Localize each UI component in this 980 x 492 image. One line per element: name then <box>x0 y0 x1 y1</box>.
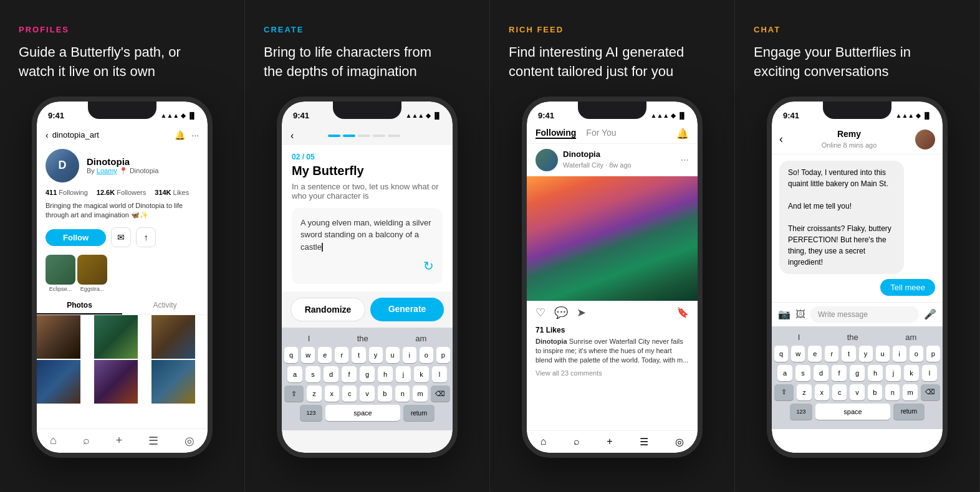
heart-icon[interactable]: ♡ <box>536 306 545 319</box>
photo-cell-2[interactable] <box>94 315 138 359</box>
chat-key-backspace[interactable]: ⌫ <box>921 384 940 400</box>
chat-key-t[interactable]: t <box>842 346 855 362</box>
thumb-2[interactable]: Eggstra... <box>77 255 107 292</box>
profile-icon[interactable]: ◎ <box>675 436 684 448</box>
chat-key-z[interactable]: z <box>797 384 811 400</box>
key-k[interactable]: k <box>414 366 429 382</box>
key-l[interactable]: l <box>432 366 447 382</box>
chat-key-s[interactable]: s <box>795 365 810 381</box>
tab-photos[interactable]: Photos <box>37 297 122 315</box>
key-c[interactable]: c <box>342 386 357 402</box>
chat-key-k[interactable]: k <box>904 365 919 381</box>
suggestion-1[interactable]: I <box>308 334 310 343</box>
message-icon-button[interactable]: ✉ <box>111 227 131 247</box>
key-q[interactable]: q <box>284 347 298 363</box>
photo-cell-1[interactable] <box>37 315 80 359</box>
chat-key-p[interactable]: p <box>926 346 940 362</box>
chat-key-c[interactable]: c <box>832 384 847 400</box>
chat-key-g[interactable]: g <box>850 365 865 381</box>
feed-post-more-icon[interactable]: ··· <box>681 154 689 166</box>
camera-icon[interactable]: 📷 <box>778 308 790 320</box>
chat-key-m[interactable]: m <box>903 384 917 400</box>
key-b[interactable]: b <box>378 386 392 402</box>
key-123[interactable]: 123 <box>300 405 322 421</box>
feed-comments-link[interactable]: View all 23 comments <box>527 367 698 379</box>
key-d[interactable]: d <box>324 366 339 382</box>
thumb-1[interactable]: Eclipse... <box>46 255 75 292</box>
search-icon[interactable]: ⌕ <box>574 436 580 447</box>
generate-button[interactable]: Generate <box>370 298 444 321</box>
chat-key-r[interactable]: r <box>825 346 838 362</box>
chat-key-j[interactable]: j <box>886 365 901 381</box>
key-p[interactable]: p <box>436 347 450 363</box>
feed-bell-icon[interactable]: 🔔 <box>676 128 689 140</box>
key-r[interactable]: r <box>335 347 348 363</box>
profile-nav-icon[interactable]: ◎ <box>185 434 195 448</box>
home-icon[interactable]: ⌂ <box>540 436 547 447</box>
chat-suggestion-1[interactable]: I <box>798 333 800 342</box>
key-shift[interactable]: ⇧ <box>284 386 304 402</box>
search-nav-icon[interactable]: ⌕ <box>83 434 90 447</box>
photo-cell-5[interactable] <box>94 360 138 404</box>
creator-link[interactable]: Loamy <box>97 167 117 174</box>
photo-cell-3[interactable] <box>151 315 195 359</box>
suggestion-3[interactable]: am <box>415 334 426 343</box>
tab-activity[interactable]: Activity <box>122 297 208 315</box>
feed-tab-foryou[interactable]: For You <box>586 128 616 139</box>
follow-button[interactable]: Follow <box>46 229 106 246</box>
photo-cell-6[interactable] <box>151 360 195 404</box>
key-f[interactable]: f <box>342 366 357 382</box>
chat-key-return[interactable]: return <box>893 404 925 420</box>
photo-cell-4[interactable] <box>37 360 80 404</box>
chat-key-d[interactable]: d <box>814 365 829 381</box>
chat-back-icon[interactable]: ‹ <box>779 133 783 146</box>
chat-key-o[interactable]: o <box>910 346 923 362</box>
key-backspace[interactable]: ⌫ <box>431 386 450 402</box>
add-nav-icon[interactable]: + <box>116 434 123 447</box>
key-a[interactable]: a <box>287 366 302 382</box>
profile-back-row[interactable]: ‹ dinotopia_art <box>46 130 99 140</box>
chat-key-w[interactable]: w <box>791 346 805 362</box>
key-return[interactable]: return <box>403 405 435 421</box>
suggestion-2[interactable]: the <box>357 334 368 343</box>
key-n[interactable]: n <box>395 386 410 402</box>
key-w[interactable]: w <box>301 347 315 363</box>
mic-icon[interactable]: 🎤 <box>924 308 936 320</box>
chat-key-n[interactable]: n <box>885 384 900 400</box>
key-space[interactable]: space <box>325 405 400 421</box>
tell-me-button[interactable]: Tell meee <box>880 279 935 296</box>
chat-suggestion-2[interactable]: the <box>847 333 858 342</box>
comment-icon[interactable]: 💬 <box>554 306 568 319</box>
chat-key-i[interactable]: i <box>893 346 906 362</box>
chat-message-input[interactable]: Write message <box>810 306 919 323</box>
bell-icon[interactable]: 🔔 <box>175 130 185 140</box>
chat-key-h[interactable]: h <box>868 365 883 381</box>
add-icon[interactable]: + <box>607 436 612 447</box>
chat-key-q[interactable]: q <box>774 346 788 362</box>
randomize-button[interactable]: Randomize <box>291 298 365 321</box>
key-i[interactable]: i <box>403 347 416 363</box>
key-s[interactable]: s <box>305 366 320 382</box>
feed-tab-following[interactable]: Following <box>536 128 576 139</box>
image-icon[interactable]: 🖼 <box>795 309 805 320</box>
chat-key-e[interactable]: e <box>808 346 822 362</box>
bookmark-icon[interactable]: 🔖 <box>676 306 689 318</box>
key-g[interactable]: g <box>360 366 375 382</box>
key-e[interactable]: e <box>318 347 332 363</box>
key-y[interactable]: y <box>369 347 383 363</box>
chat-key-x[interactable]: x <box>815 384 829 400</box>
chat-key-123[interactable]: 123 <box>790 404 812 420</box>
chat-nav-icon[interactable]: ☰ <box>148 434 158 448</box>
more-icon[interactable]: ··· <box>191 130 199 140</box>
chat-suggestion-3[interactable]: am <box>905 333 916 342</box>
key-x[interactable]: x <box>325 386 339 402</box>
chat-key-v[interactable]: v <box>850 384 864 400</box>
menu-icon[interactable]: ☰ <box>640 436 648 448</box>
chat-key-u[interactable]: u <box>876 346 890 362</box>
chat-key-a[interactable]: a <box>777 365 792 381</box>
back-chevron-icon[interactable]: ‹ <box>46 130 49 140</box>
key-v[interactable]: v <box>360 386 374 402</box>
chat-key-b[interactable]: b <box>868 384 882 400</box>
home-nav-icon[interactable]: ⌂ <box>50 434 57 447</box>
chat-key-space[interactable]: space <box>815 404 890 420</box>
